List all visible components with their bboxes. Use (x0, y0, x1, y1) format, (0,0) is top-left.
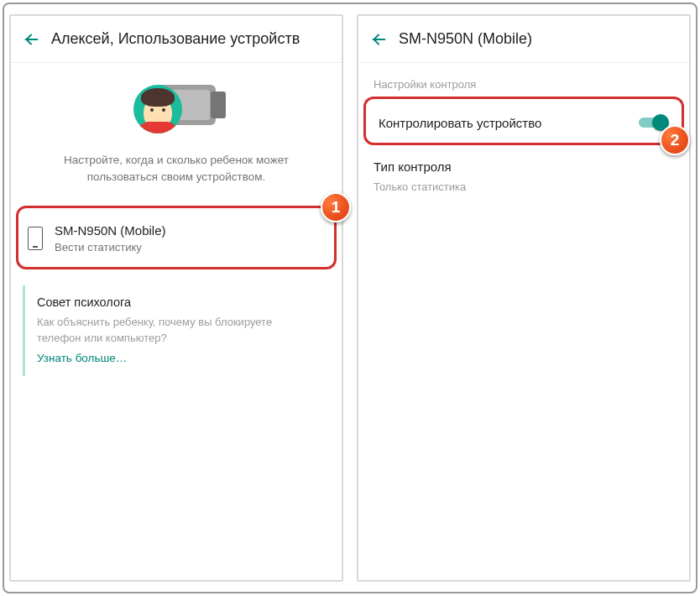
tip-title: Совет психолога (37, 295, 318, 309)
hero-illustration (130, 78, 222, 137)
control-type-row[interactable]: Тип контроля Только статистика (358, 144, 689, 196)
section-label: Настройки контроля (358, 63, 689, 97)
tip-body: Как объяснить ребенку, почему вы блокиру… (37, 314, 318, 347)
tip-learn-more-link[interactable]: Узнать больше… (37, 352, 318, 364)
hero-section: Настройте, когда и сколько ребенок может… (11, 63, 342, 201)
device-list-item[interactable]: SM-N950N (Mobile) Вести статистику (16, 212, 337, 265)
phone-icon (28, 227, 43, 250)
header-right: SM-N950N (Mobile) (358, 16, 689, 63)
device-status-label: Вести статистику (55, 241, 326, 254)
control-type-value: Только статистика (374, 180, 674, 193)
device-name-label: SM-N950N (Mobile) (55, 223, 326, 238)
control-device-row[interactable]: Контролировать устройство (367, 101, 681, 144)
control-device-switch[interactable] (639, 114, 669, 131)
control-device-label: Контролировать устройство (379, 116, 639, 130)
right-screen: SM-N950N (Mobile) Настройки контроля Кон… (357, 14, 691, 582)
page-title: Алексей, Использование устройств (51, 30, 300, 48)
page-title: SM-N950N (Mobile) (399, 30, 532, 48)
child-avatar-icon (133, 85, 182, 133)
back-arrow-icon[interactable] (21, 29, 41, 50)
control-type-title: Тип контроля (374, 159, 674, 174)
hero-description: Настройте, когда и сколько ребенок может… (24, 149, 328, 195)
header-left: Алексей, Использование устройств (11, 16, 342, 63)
back-arrow-icon[interactable] (368, 29, 389, 50)
left-screen: Алексей, Использование устройств Настрой… (9, 14, 343, 582)
psychologist-tip-card: Совет психолога Как объяснить ребенку, п… (23, 285, 330, 376)
